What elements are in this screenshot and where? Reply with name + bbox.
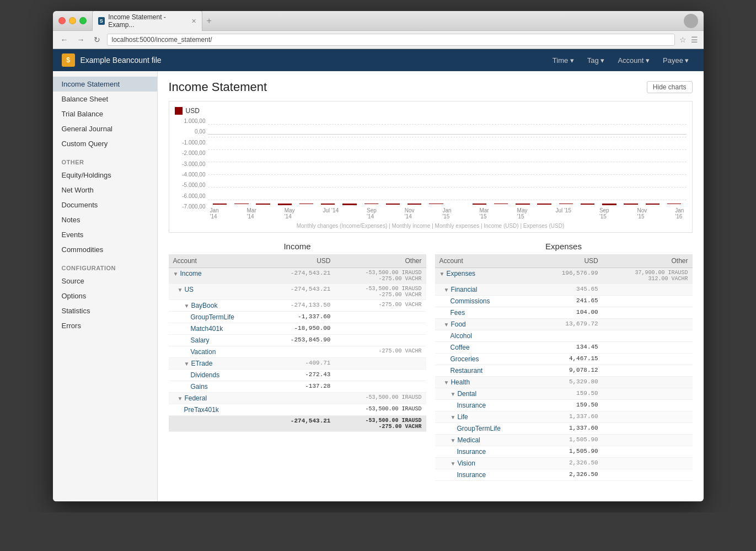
income-table-section: Income Account USD Other ▼Income — [169, 242, 426, 481]
row-account[interactable]: Dividends — [169, 370, 267, 381]
address-input[interactable] — [107, 34, 675, 46]
profile-icon[interactable] — [684, 14, 698, 28]
app-nav-items: Time ▾ Tag ▾ Account ▾ Payee ▾ — [547, 53, 695, 68]
sidebar-item-net-worth[interactable]: Net Worth — [53, 183, 157, 197]
table-row: ▼Expenses 196,576.99 37,900.00 IRAUSD 31… — [435, 268, 693, 284]
chart-bars-container — [208, 118, 687, 206]
titlebar: S Income Statement - Examp... ✕ + — [53, 11, 704, 31]
table-row: Salary -253,845.90 — [169, 335, 426, 346]
menu-icon[interactable]: ☰ — [691, 35, 698, 44]
addressbar: ← → ↻ ☆ ☰ — [53, 31, 704, 49]
row-account[interactable]: ▼Health — [435, 377, 537, 388]
income-total-row: -274,543.21 -53,500.00 IRAUSD -275.00 VA… — [169, 416, 426, 432]
bar-jan14 — [210, 118, 230, 206]
nav-account[interactable]: Account ▾ — [612, 53, 655, 68]
row-account[interactable]: ▼Dental — [435, 388, 537, 400]
income-col-account: Account — [169, 254, 267, 268]
nav-tag[interactable]: Tag ▾ — [582, 53, 610, 68]
table-row: ▼Life 1,337.60 — [435, 411, 693, 423]
back-button[interactable]: ← — [58, 34, 71, 45]
minimize-button[interactable] — [69, 17, 76, 24]
legend-color-usd — [175, 107, 183, 115]
row-account[interactable]: PreTax401k — [169, 404, 267, 416]
new-tab-button[interactable]: + — [205, 16, 214, 26]
table-row: Alcohol — [435, 330, 693, 342]
table-row: PreTax401k -53,500.00 IRAUSD — [169, 404, 426, 416]
table-row: Match401k -18,950.00 — [169, 323, 426, 335]
row-account[interactable]: Restaurant — [435, 365, 537, 377]
table-row: Restaurant 9,078.12 — [435, 365, 693, 377]
row-account[interactable]: Vacation — [169, 346, 267, 358]
reload-button[interactable]: ↻ — [92, 34, 103, 45]
sidebar-item-statistics[interactable]: Statistics — [53, 303, 157, 318]
row-account[interactable]: Salary — [169, 335, 267, 346]
table-row: GroupTermLife -1,337.60 — [169, 312, 426, 323]
table-row: ▼Medical 1,505.90 — [435, 435, 693, 446]
forward-button[interactable]: → — [75, 34, 87, 45]
expenses-table-title: Expenses — [435, 242, 693, 251]
row-account[interactable]: GroupTermLife — [435, 423, 537, 435]
income-table-title: Income — [169, 242, 426, 251]
row-account[interactable]: Gains — [169, 381, 267, 393]
chart-legend: USD — [175, 107, 687, 115]
row-account[interactable]: ▼Medical — [435, 435, 537, 446]
tables-row: Income Account USD Other ▼Income — [169, 242, 693, 481]
row-account[interactable]: ▼Life — [435, 411, 537, 423]
table-row: ▼Food 13,679.72 — [435, 319, 693, 330]
sidebar-item-trial-balance[interactable]: Trial Balance — [53, 106, 157, 121]
hide-charts-button[interactable]: Hide charts — [647, 81, 693, 93]
income-table: Account USD Other ▼Income -274,543.21 -5… — [169, 254, 426, 432]
chart-y-axis: 1.000,00 0,00 -1.000,00 -2.000,00 -3.000… — [175, 118, 208, 221]
tab-close-icon[interactable]: ✕ — [191, 18, 196, 25]
close-button[interactable] — [58, 17, 66, 24]
table-row: ▼BayBook -274,133.50 -275.00 VACHR — [169, 300, 426, 312]
chart-caption: Monthly changes (Income/Expenses) | Mont… — [175, 221, 687, 232]
chart-x-labels: Jan'14 Mar'14 May'14 Jul '14 Sep'14 Nov'… — [208, 206, 687, 221]
maximize-button[interactable] — [79, 17, 87, 24]
sidebar-item-equity-holdings[interactable]: Equity/Holdings — [53, 168, 157, 183]
sidebar-other-section: OTHER — [53, 151, 157, 168]
sidebar-item-source[interactable]: Source — [53, 274, 157, 288]
row-account[interactable]: ▼Vision — [435, 458, 537, 469]
browser-tab[interactable]: S Income Statement - Examp... ✕ — [92, 11, 202, 31]
row-account[interactable]: GroupTermLife — [169, 312, 267, 323]
expenses-table-section: Expenses Account USD Other ▼Expenses — [435, 242, 693, 481]
row-account[interactable]: ▼US — [169, 284, 267, 300]
table-row: ▼Federal -53,500.00 IRAUSD — [169, 393, 426, 404]
table-row: ▼Financial 345.65 — [435, 284, 693, 296]
sidebar-item-notes[interactable]: Notes — [53, 212, 157, 227]
bookmark-icon[interactable]: ☆ — [679, 35, 687, 44]
table-row: Insurance 1,505.90 — [435, 446, 693, 458]
page-header: Income Statement Hide charts — [169, 80, 693, 94]
table-row: Groceries 4,467.15 — [435, 354, 693, 365]
row-account[interactable]: ▼Income — [169, 268, 267, 284]
row-account[interactable]: ▼ETrade — [169, 358, 267, 370]
sidebar-config-section: CONFIGURATION — [53, 257, 157, 274]
expenses-table: Account USD Other ▼Expenses 196,576.99 3… — [435, 254, 693, 481]
sidebar-item-balance-sheet[interactable]: Balance Sheet — [53, 92, 157, 106]
sidebar-item-events[interactable]: Events — [53, 227, 157, 242]
table-row: ▼ETrade -409.71 — [169, 358, 426, 370]
row-account[interactable]: ▼BayBook — [169, 300, 267, 312]
table-row: Fees 104.00 — [435, 307, 693, 319]
row-account[interactable]: Match401k — [169, 323, 267, 335]
sidebar-item-general-journal[interactable]: General Journal — [53, 121, 157, 136]
table-row: Insurance 159.50 — [435, 400, 693, 411]
sidebar-item-errors[interactable]: Errors — [53, 318, 157, 333]
row-account[interactable]: Insurance — [435, 469, 537, 481]
table-row: ▼Health 5,329.80 — [435, 377, 693, 388]
browser-window: S Income Statement - Examp... ✕ + ← → ↻ … — [53, 11, 704, 501]
sidebar-item-income-statement[interactable]: Income Statement — [53, 77, 157, 92]
row-account[interactable]: Insurance — [435, 400, 537, 411]
legend-label-usd: USD — [186, 107, 200, 115]
sidebar-item-options[interactable]: Options — [53, 288, 157, 303]
table-row: Gains -137.28 — [169, 381, 426, 393]
row-account[interactable]: ▼Federal — [169, 393, 267, 404]
row-account[interactable]: Insurance — [435, 446, 537, 458]
nav-payee[interactable]: Payee ▾ — [657, 53, 694, 68]
sidebar-item-documents[interactable]: Documents — [53, 197, 157, 212]
sidebar-item-custom-query[interactable]: Custom Query — [53, 136, 157, 151]
page-title: Income Statement — [169, 80, 267, 94]
nav-time[interactable]: Time ▾ — [547, 53, 580, 68]
sidebar-item-commodities[interactable]: Commodities — [53, 242, 157, 257]
